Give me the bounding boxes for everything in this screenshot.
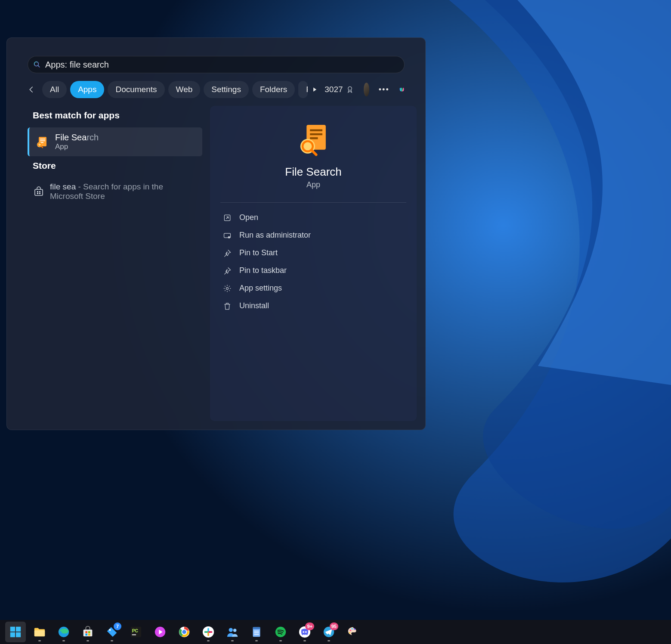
filter-row: All Apps Documents Web Settings Folders … (7, 73, 425, 106)
taskbar-notepad[interactable] (246, 622, 267, 642)
svg-rect-42 (132, 635, 136, 635)
more-button[interactable]: ••• (379, 85, 390, 94)
svg-rect-14 (37, 193, 38, 194)
svg-point-62 (305, 631, 307, 633)
svg-point-52 (229, 628, 233, 632)
action-open[interactable]: Open (220, 209, 406, 226)
start-search-panel: All Apps Documents Web Settings Folders … (6, 37, 426, 430)
taskbar-contacts[interactable] (222, 622, 243, 642)
svg-rect-27 (10, 627, 15, 632)
svg-rect-38 (88, 634, 90, 636)
svg-point-65 (351, 628, 353, 630)
svg-line-2 (38, 65, 40, 67)
back-button[interactable] (28, 82, 35, 97)
arrow-left-icon (28, 86, 35, 93)
taskbar-edge[interactable] (53, 622, 74, 642)
taskbar-discord[interactable]: 9+ (294, 622, 315, 642)
taskbar-file-explorer[interactable] (29, 622, 50, 642)
filter-web[interactable]: Web (168, 81, 201, 98)
search-input[interactable] (45, 60, 399, 70)
filter-apps[interactable]: Apps (70, 81, 104, 98)
taskbar-microsoft-store[interactable] (77, 622, 98, 642)
action-pin-taskbar[interactable]: Pin to taskbar (220, 262, 406, 279)
filter-settings[interactable]: Settings (204, 81, 249, 98)
result-subtitle: App (55, 142, 99, 151)
taskbar-pycharm[interactable]: PC (126, 622, 146, 642)
badge: 95 (330, 622, 338, 630)
gear-icon (223, 284, 232, 293)
copilot-icon[interactable] (399, 83, 405, 96)
svg-point-26 (226, 287, 229, 289)
svg-rect-5 (40, 139, 45, 139)
detail-subtitle: App (306, 180, 320, 189)
section-best-match: Best match for apps (33, 110, 204, 121)
trash-icon (223, 302, 232, 310)
file-search-app-icon-large (295, 121, 331, 158)
action-uninstall[interactable]: Uninstall (220, 297, 406, 315)
paint-icon (346, 625, 359, 638)
badge: 9+ (305, 622, 314, 630)
store-icon (81, 625, 94, 638)
play-icon (312, 87, 318, 93)
open-icon (223, 214, 232, 222)
svg-rect-18 (310, 133, 322, 136)
taskbar-paint[interactable] (343, 622, 363, 642)
chrome-icon (178, 625, 191, 638)
detail-title: File Search (285, 165, 342, 179)
folder-icon (33, 625, 46, 638)
svg-point-39 (109, 629, 111, 631)
svg-point-61 (303, 631, 304, 633)
filter-folders[interactable]: Folders (252, 81, 295, 98)
svg-rect-13 (39, 191, 40, 192)
svg-text:PC: PC (132, 629, 139, 633)
svg-rect-55 (253, 627, 260, 629)
svg-rect-11 (35, 189, 43, 195)
svg-rect-36 (88, 631, 90, 633)
result-file-search[interactable]: File Search App (28, 127, 202, 156)
action-app-settings[interactable]: App settings (220, 279, 406, 297)
taskbar-chrome[interactable] (174, 622, 195, 642)
store-search-row[interactable]: file sea - Search for apps in the Micros… (28, 178, 202, 205)
taskbar-slack[interactable] (198, 622, 219, 642)
svg-point-25 (228, 236, 230, 238)
svg-rect-15 (39, 193, 40, 194)
taskbar-spotify[interactable] (270, 622, 291, 642)
filter-more-cut[interactable]: P (298, 81, 308, 98)
spotify-icon (274, 625, 287, 638)
taskbar-media-player[interactable] (150, 622, 170, 642)
taskbar-fritz[interactable]: 7 (102, 622, 122, 642)
filter-scroll-right[interactable] (311, 82, 318, 97)
svg-rect-12 (37, 191, 38, 192)
search-bar[interactable] (28, 56, 405, 73)
pin-icon (223, 249, 232, 257)
store-icon (34, 186, 44, 197)
file-search-app-icon (35, 135, 49, 149)
user-avatar[interactable] (364, 83, 369, 96)
slack-icon (202, 625, 215, 638)
svg-rect-37 (85, 634, 87, 636)
filter-documents[interactable]: Documents (108, 81, 164, 98)
media-icon (154, 625, 167, 638)
detail-pane: File Search App Open Run as administrato… (210, 106, 417, 421)
admin-icon (223, 231, 232, 240)
svg-point-67 (354, 629, 356, 630)
rewards-points[interactable]: 3027 (325, 85, 354, 94)
edge-icon (57, 625, 70, 638)
filter-all[interactable]: All (42, 81, 67, 98)
action-pin-start[interactable]: Pin to Start (220, 244, 406, 262)
svg-point-64 (350, 629, 352, 631)
pin-icon (223, 266, 232, 275)
divider (220, 202, 406, 203)
pycharm-icon: PC (130, 625, 142, 638)
medal-icon (346, 85, 354, 94)
svg-line-22 (312, 150, 316, 155)
taskbar-start[interactable] (5, 622, 26, 642)
svg-point-53 (233, 629, 237, 632)
badge: 7 (114, 622, 121, 630)
svg-rect-35 (85, 631, 87, 633)
taskbar-telegram[interactable]: 95 (318, 622, 339, 642)
svg-rect-28 (16, 627, 21, 632)
action-run-admin[interactable]: Run as administrator (220, 226, 406, 244)
svg-rect-30 (16, 632, 21, 637)
svg-rect-51 (208, 631, 212, 633)
